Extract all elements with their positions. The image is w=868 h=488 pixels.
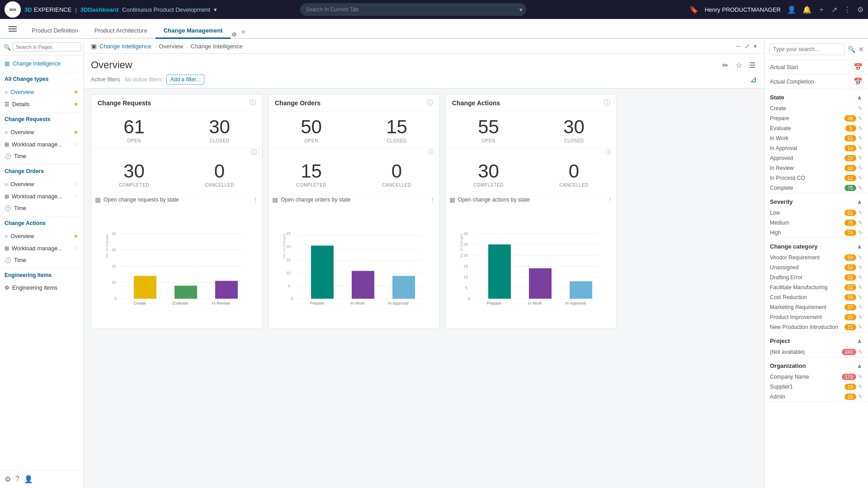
tab-change-management[interactable]: Change Management xyxy=(156,23,231,39)
filter-state-in-work-edit-icon[interactable]: ✎ xyxy=(858,135,863,141)
filter-cc-marketing-edit-icon[interactable]: ✎ xyxy=(858,304,863,310)
star-icon-ca-overview[interactable]: ★ xyxy=(73,233,79,239)
card-change-orders-info-icon[interactable]: ⓘ xyxy=(427,99,433,107)
add-filter-button[interactable]: Add a filter... xyxy=(166,75,205,84)
filter-project-header[interactable]: Project ▲ xyxy=(764,333,868,347)
list-view-icon[interactable]: ☰ xyxy=(748,60,757,71)
rp-search-icon[interactable]: 🔍 xyxy=(848,46,855,53)
filter-state-complete-edit-icon[interactable]: ✎ xyxy=(858,185,863,191)
filter-severity-high-edit-icon[interactable]: ✎ xyxy=(858,230,863,236)
bookmark-overview-icon[interactable]: ☆ xyxy=(734,60,743,71)
sidebar-item-change-intelligence[interactable]: ⊞ Change Intelligence xyxy=(0,57,83,70)
sidebar-item-co-overview[interactable]: ○ Overview ☆ xyxy=(0,178,83,190)
expand-icon[interactable]: ▾ xyxy=(754,42,757,50)
filter-actual-completion-calendar-icon[interactable]: 📅 xyxy=(854,77,863,86)
app-logo[interactable]: 3DS xyxy=(5,1,21,18)
star-icon-co-overview[interactable]: ☆ xyxy=(73,181,79,188)
edit-icon[interactable]: ✏ xyxy=(721,60,730,71)
sidebar-item-all-overview[interactable]: ○ Overview ★ xyxy=(0,86,83,98)
filter-severity-toggle-icon[interactable]: ▲ xyxy=(856,198,863,205)
sidebar-gear-icon[interactable]: ⚙ xyxy=(5,475,11,483)
sidebar-item-cr-time[interactable]: 🕐 Time xyxy=(0,150,83,162)
share-icon[interactable]: ↗ xyxy=(831,5,837,14)
chart-co-menu-icon[interactable]: ⋮ xyxy=(429,196,436,203)
chart-ca-area: 0 5 10 15 20 25 30 xyxy=(449,206,613,314)
sidebar-item-co-workload[interactable]: ⊞ Workload manage... ☆ xyxy=(0,190,83,202)
add-tab-button[interactable]: ＋ xyxy=(237,25,250,38)
sidebar-search-input[interactable] xyxy=(13,42,81,52)
filter-org-company-edit-icon[interactable]: ✎ xyxy=(858,374,863,380)
star-icon-cr-workload[interactable]: ☆ xyxy=(73,141,79,148)
add-icon[interactable]: ＋ xyxy=(818,5,825,14)
sidebar-item-ca-workload[interactable]: ⊞ Workload manage... ☆ xyxy=(0,242,83,254)
filter-state-approved-edit-icon[interactable]: ✎ xyxy=(858,155,863,161)
search-filter-icon[interactable]: ▾ xyxy=(519,6,523,13)
filter-change-category-header[interactable]: Change category ▲ xyxy=(764,238,868,253)
filter-state-evaluate-edit-icon[interactable]: ✎ xyxy=(858,125,863,131)
breadcrumb-app[interactable]: Change Intelligence xyxy=(99,43,151,50)
filter-cc-vendor-edit-icon[interactable]: ✎ xyxy=(858,254,863,261)
maximize-icon[interactable]: ⤢ xyxy=(745,42,750,50)
minimize-icon[interactable]: ─ xyxy=(736,42,741,50)
filter-severity-medium-edit-icon[interactable]: ✎ xyxy=(858,220,863,226)
card-change-actions-info-icon[interactable]: ⓘ xyxy=(604,99,610,107)
chart-cr-menu-icon[interactable]: ⋮ xyxy=(252,196,259,203)
filter-state-in-process-co-edit-icon[interactable]: ✎ xyxy=(858,175,863,181)
filter-state-in-approval-edit-icon[interactable]: ✎ xyxy=(858,145,863,151)
card-co-info2-icon[interactable]: ⓘ xyxy=(269,148,439,156)
filter-severity-low-edit-icon[interactable]: ✎ xyxy=(858,210,863,216)
filter-cc-unassigned-edit-icon[interactable]: ✎ xyxy=(858,264,863,271)
filter-state-in-review-edit-icon[interactable]: ✎ xyxy=(858,165,863,171)
apps-icon[interactable]: ⋮ xyxy=(844,5,851,14)
filter-cc-drafting-edit-icon[interactable]: ✎ xyxy=(858,274,863,281)
bookmark-icon[interactable]: 🔖 xyxy=(689,5,698,14)
filter-project-toggle-icon[interactable]: ▲ xyxy=(856,337,863,344)
star-icon-cr-overview[interactable]: ★ xyxy=(73,129,79,136)
star-icon-ca-workload[interactable]: ☆ xyxy=(73,245,79,252)
rp-close-icon[interactable]: ✕ xyxy=(858,45,864,54)
filter-cc-facilitate-edit-icon[interactable]: ✎ xyxy=(858,284,863,291)
context-dropdown-icon[interactable]: ▾ xyxy=(214,6,217,13)
filter-funnel-icon[interactable]: ⊿ xyxy=(750,75,757,84)
tab-product-architecture[interactable]: Product Architecture xyxy=(86,23,156,39)
chart-ca-menu-icon[interactable]: ⋮ xyxy=(607,196,613,203)
tab-options-icon[interactable]: ⚙ xyxy=(231,31,237,38)
sidebar-item-ca-time[interactable]: 🕐 Time xyxy=(0,254,83,266)
sidebar-user-icon[interactable]: 👤 xyxy=(24,475,33,483)
tab-product-definition[interactable]: Product Definition xyxy=(24,23,86,39)
card-ca-info2-icon[interactable]: ⓘ xyxy=(446,148,617,156)
star-icon-co-workload[interactable]: ☆ xyxy=(73,193,79,200)
sidebar-help-icon[interactable]: ? xyxy=(15,475,19,483)
filter-organization-toggle-icon[interactable]: ▲ xyxy=(856,362,863,369)
filter-cc-new-production-edit-icon[interactable]: ✎ xyxy=(858,324,863,330)
filter-state-prepare-edit-icon[interactable]: ✎ xyxy=(858,115,863,122)
filter-actual-start-calendar-icon[interactable]: 📅 xyxy=(854,63,863,71)
sidebar-item-cr-overview[interactable]: ○ Overview ★ xyxy=(0,126,83,138)
filter-state-header[interactable]: State ▲ xyxy=(764,89,868,103)
user-avatar-icon[interactable]: 👤 xyxy=(787,5,796,14)
settings-top-icon[interactable]: ⚙ xyxy=(857,5,863,14)
filter-state-create-edit-icon[interactable]: ✎ xyxy=(858,105,863,112)
filter-state-toggle-icon[interactable]: ▲ xyxy=(856,94,863,101)
filter-cc-cost-edit-icon[interactable]: ✎ xyxy=(858,294,863,300)
sidebar-item-all-details[interactable]: ☰ Details ★ xyxy=(0,98,83,110)
filter-organization-header[interactable]: Organization ▲ xyxy=(764,357,868,372)
sidebar-item-ca-overview[interactable]: ○ Overview ★ xyxy=(0,230,83,242)
filter-cc-product-improvement-edit-icon[interactable]: ✎ xyxy=(858,314,863,320)
search-input[interactable] xyxy=(300,3,526,16)
star-icon-all-overview[interactable]: ★ xyxy=(73,89,79,95)
sidebar-item-eng-items[interactable]: ⚙ Engineering items xyxy=(0,282,83,294)
sidebar-item-cr-workload[interactable]: ⊞ Workload manage... ☆ xyxy=(0,138,83,150)
right-panel-search-input[interactable] xyxy=(769,43,845,55)
filter-change-category-toggle-icon[interactable]: ▲ xyxy=(856,243,863,250)
filter-project-not-available-edit-icon[interactable]: ✎ xyxy=(858,349,863,355)
hamburger-icon[interactable] xyxy=(4,20,22,38)
filter-severity-header[interactable]: Severity ▲ xyxy=(764,193,868,208)
notifications-icon[interactable]: 🔔 xyxy=(802,5,811,14)
filter-org-supplier1-edit-icon[interactable]: ✎ xyxy=(858,384,863,390)
filter-org-admin-edit-icon[interactable]: ✎ xyxy=(858,394,863,400)
star-icon-all-details[interactable]: ★ xyxy=(73,101,79,108)
sidebar-item-co-time[interactable]: 🕐 Time xyxy=(0,202,83,214)
card-cr-info2-icon[interactable]: ⓘ xyxy=(91,148,262,156)
card-change-requests-info-icon[interactable]: ⓘ xyxy=(250,99,256,107)
